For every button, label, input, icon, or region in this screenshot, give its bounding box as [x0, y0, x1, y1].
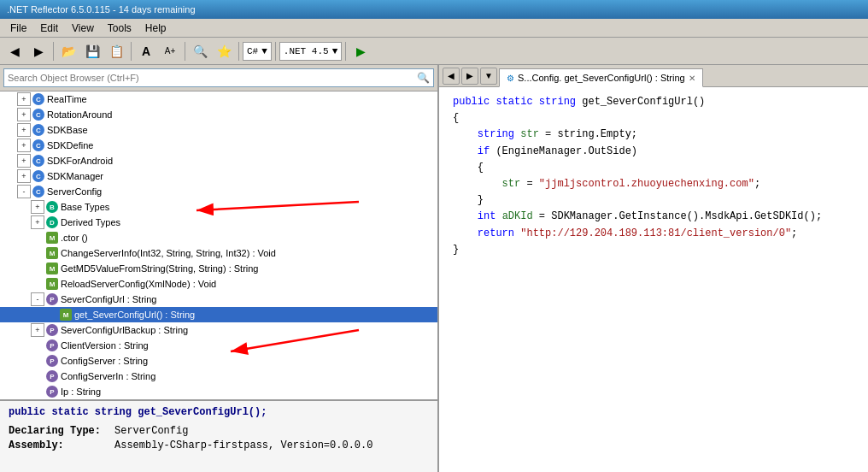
icon-severconfigurl-backup: P [46, 324, 58, 336]
label-ctor: .ctor () [61, 233, 88, 243]
expand-basetypes[interactable]: + [31, 200, 44, 214]
tool5[interactable]: A+ [159, 41, 181, 62]
label-configserver: ConfigServer : String [61, 356, 148, 366]
separator-5 [275, 42, 276, 61]
tool3[interactable]: 📋 [105, 41, 127, 62]
framework-value: .NET 4.5 [284, 46, 329, 56]
search-input-wrapper[interactable]: 🔍 [3, 68, 434, 87]
expand-sdkdefine[interactable]: + [17, 139, 31, 152]
icon-rotation: C [32, 109, 44, 121]
tree-item-reloadserverconfig[interactable]: M ReloadServerConfig(XmlNode) : Void [0, 276, 437, 292]
bottom-info-panel: public static string get_SeverConfigUrl(… [0, 399, 437, 472]
expand-realtime[interactable]: + [17, 92, 31, 106]
tree-item-basetypes[interactable]: + B Base Types [0, 199, 437, 215]
expand-sdkmanager[interactable]: + [17, 169, 31, 183]
tree-item-clientversion[interactable]: P ClientVersion : String [0, 338, 437, 353]
expand-severconfigurl-backup[interactable]: + [31, 323, 44, 337]
icon-sdkmanager: C [32, 170, 44, 182]
label-serverconfig: ServerConfig [47, 186, 102, 197]
tree-item-severconfigurl-backup[interactable]: + P SeverConfigUrlBackup : String [0, 322, 437, 338]
back-button[interactable]: ◀ [3, 41, 26, 62]
menu-view[interactable]: View [65, 21, 101, 36]
framework-arrow[interactable]: ▼ [332, 46, 338, 56]
tree-item-get-severconfigurl[interactable]: M get_SeverConfigUrl() : String [0, 307, 437, 322]
method-signature: public static string get_SeverConfigUrl(… [9, 406, 429, 418]
forward-button[interactable]: ▶ [27, 41, 50, 62]
code-tab[interactable]: ⚙ S...Config. get_SeverConfigUrl() : Str… [499, 68, 703, 87]
tree-item-realtime[interactable]: + C RealTime [0, 91, 437, 107]
tree-item-sdkdefine[interactable]: + C SDKDefine [0, 138, 437, 153]
assembly-line: Assembly: Assembly-CSharp-firstpass, Ver… [9, 440, 429, 451]
expand-derivedtypes[interactable]: + [31, 215, 44, 229]
tree-item-configserverin[interactable]: P ConfigServerIn : String [0, 369, 437, 384]
code-line-5: str = "jjmljscontrol.zhuoyuechenxing.com… [453, 176, 854, 192]
open-button[interactable]: 📂 [57, 41, 79, 62]
separator-6 [345, 42, 346, 61]
declaring-value: ServerConfig [114, 425, 188, 437]
expand-sdkforandroid[interactable]: + [17, 154, 31, 168]
expand-serverconfig[interactable]: - [17, 185, 31, 198]
label-sdkdefine: SDKDefine [47, 140, 93, 150]
code-area: public static string get_SeverConfigUrl(… [439, 87, 868, 472]
toolbar: ◀ ▶ 📂 💾 📋 A A+ 🔍 ⭐ C# ▼ .NET 4.5 ▼ ▶ [0, 38, 868, 65]
assembly-value: Assembly-CSharp-firstpass, Version=0.0.0… [114, 440, 372, 451]
label-changeserverinfo: ChangeServerInfo(Int32, String, String, … [61, 248, 276, 258]
tab-close-button[interactable]: ✕ [689, 74, 695, 83]
search-icon: 🔍 [417, 72, 430, 85]
label-ip: Ip : String [61, 386, 101, 397]
tree-item-severconfigurl[interactable]: - P SeverConfigUrl : String [0, 292, 437, 307]
expand-sdkbase[interactable]: + [17, 123, 31, 137]
tree-item-sdkforandroid[interactable]: + C SDKForAndroid [0, 153, 437, 168]
search-input[interactable] [8, 73, 417, 83]
signature-text: public static string get_SeverConfigUrl(… [9, 406, 267, 418]
framework-dropdown[interactable]: .NET 4.5 ▼ [279, 42, 342, 61]
search-btn[interactable]: 🔍 [189, 41, 211, 62]
expand-severconfigurl[interactable]: - [31, 292, 44, 306]
left-panel: 🔍 + C RealTime + C RotationAround [0, 65, 439, 472]
nav-forward-button[interactable]: ▶ [461, 68, 478, 85]
save-button[interactable]: 💾 [81, 41, 103, 62]
label-severconfigurl-backup: SeverConfigUrlBackup : String [61, 325, 188, 335]
menu-tools[interactable]: Tools [101, 21, 138, 36]
tree-item-sdkmanager[interactable]: + C SDKManager [0, 168, 437, 184]
tree-item-ctor[interactable]: M .ctor () [0, 230, 437, 245]
lang-dropdown[interactable]: C# ▼ [243, 42, 272, 61]
font-bold[interactable]: A [135, 41, 157, 62]
object-browser[interactable]: + C RealTime + C RotationAround + C SDKB… [0, 91, 437, 399]
menu-file[interactable]: File [3, 21, 33, 36]
lang-value: C# [247, 46, 258, 56]
tree-item-rotationaround[interactable]: + C RotationAround [0, 107, 437, 122]
tree-item-configserver[interactable]: P ConfigServer : String [0, 353, 437, 369]
tree-item-getmd5[interactable]: M GetMD5ValueFromString(String, String) … [0, 261, 437, 276]
tree-item-sdkbase[interactable]: + C SDKBase [0, 122, 437, 138]
lang-arrow[interactable]: ▼ [261, 46, 267, 56]
tree-item-ip[interactable]: P Ip : String [0, 384, 437, 399]
label-rotation: RotationAround [47, 109, 112, 120]
declaring-type-line: Declaring Type: ServerConfig [9, 425, 429, 437]
label-basetypes: Base Types [61, 202, 109, 212]
icon-configserverin: P [46, 370, 58, 382]
menu-help[interactable]: Help [138, 21, 173, 36]
label-sdkmanager: SDKManager [47, 171, 103, 181]
label-severconfigurl: SeverConfigUrl : String [61, 294, 157, 304]
icon-getmd5: M [46, 263, 58, 274]
code-line-6: } [453, 192, 854, 209]
star-btn[interactable]: ⭐ [213, 41, 235, 62]
tree-item-serverconfig[interactable]: - C ServerConfig [0, 184, 437, 199]
label-reloadserverconfig: ReloadServerConfig(XmlNode) : Void [61, 279, 216, 289]
tree-item-derivedtypes[interactable]: + D Derived Types [0, 215, 437, 230]
separator-3 [185, 42, 185, 61]
run-button[interactable]: ▶ [349, 41, 372, 62]
tree-item-changeserverinfo[interactable]: M ChangeServerInfo(Int32, String, String… [0, 245, 437, 261]
expand-rotation[interactable]: + [17, 108, 31, 121]
separator-1 [53, 42, 54, 61]
label-derivedtypes: Derived Types [61, 217, 120, 227]
nav-back-button[interactable]: ◀ [443, 68, 460, 85]
main-area: 🔍 + C RealTime + C RotationAround [0, 65, 868, 472]
nav-dropdown-button[interactable]: ▼ [480, 68, 497, 85]
icon-basetypes: B [46, 201, 58, 213]
assembly-label: Assembly: [9, 440, 111, 451]
icon-changeserverinfo: M [46, 247, 58, 259]
code-line-3: if (EngineManager.OutSide) [453, 144, 854, 160]
menu-edit[interactable]: Edit [33, 21, 65, 36]
